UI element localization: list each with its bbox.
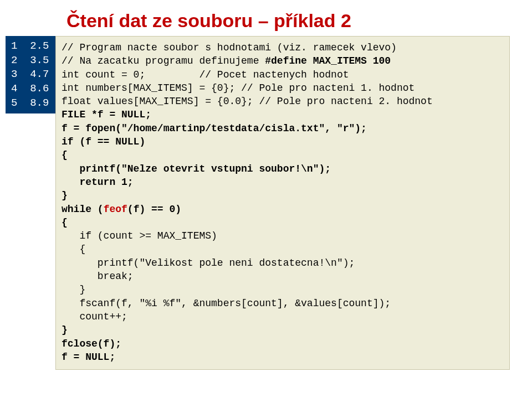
code-line: f = NULL; [62,350,504,364]
code-line: if (count >= MAX_ITEMS) [62,229,504,242]
code-line: } [62,323,504,337]
code-line: int count = 0; // Pocet nactenych hodnot [62,68,504,81]
code-line: // Na zacatku programu definujeme #defin… [62,54,504,68]
code-line: count++; [62,310,504,323]
code-line: int numbers[MAX_ITEMS] = {0}; // Pole pr… [62,81,504,95]
code-line: } [62,283,504,296]
code-line: if (f == NULL) [62,135,504,148]
content-row: 1 2.5 2 3.5 3 4.7 4 8.6 5 8.9 // Program… [0,34,532,370]
code-line: { [62,242,504,256]
code-listing: // Program nacte soubor s hodnotami (viz… [55,36,510,370]
code-line: float values[MAX_ITEMS] = {0.0}; // Pole… [62,95,504,108]
code-line: break; [62,270,504,283]
code-line: } [62,189,504,202]
code-line: f = fopen("/home/martinp/testdata/cisla.… [62,122,504,135]
code-line: printf("Velikost pole neni dostatecna!\n… [62,256,504,270]
page-title: Čtení dat ze souboru – příklad 2 [0,0,532,34]
input-file-sample: 1 2.5 2 3.5 3 4.7 4 8.6 5 8.9 [6,36,55,113]
code-line: { [62,148,504,162]
code-line: fclose(f); [62,337,504,350]
code-line: while (feof(f) == 0) [62,203,504,216]
code-line: fscanf(f, "%i %f", &numbers[count], &val… [62,297,504,310]
code-line: // Program nacte soubor s hodnotami (viz… [62,41,504,54]
code-line: FILE *f = NULL; [62,108,504,121]
code-line: printf("Nelze otevrit vstupni soubor!\n"… [62,162,504,175]
code-line: return 1; [62,175,504,189]
code-line: { [62,216,504,229]
